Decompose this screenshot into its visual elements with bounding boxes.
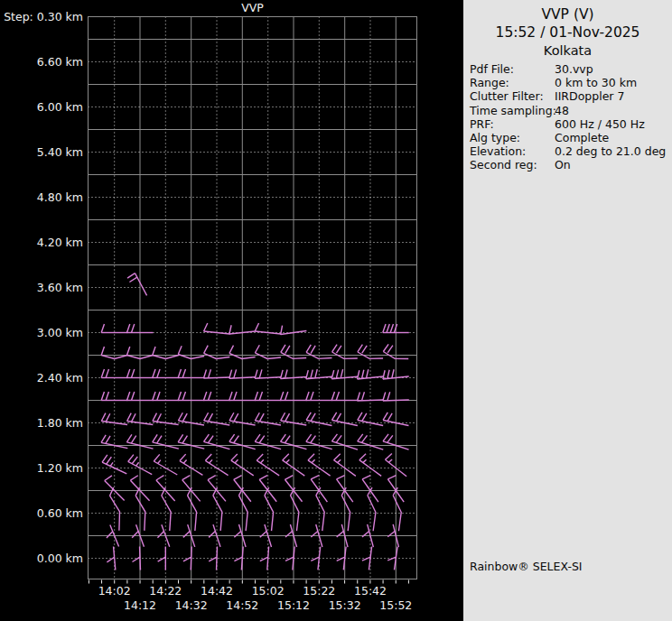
wind-barb-tick — [229, 392, 232, 400]
wind-barb-tick — [234, 476, 242, 480]
wind-barb — [162, 496, 171, 531]
wind-barb-tick — [229, 412, 234, 421]
field-value: Complete — [555, 131, 609, 144]
wind-barb-tick — [281, 326, 283, 335]
wind-barb-tick — [311, 532, 318, 538]
wind-barb-halftick — [110, 462, 113, 466]
wind-barb-tick — [385, 454, 391, 460]
field-label: Elevation: — [470, 144, 555, 158]
wind-barb-tick — [306, 370, 308, 379]
wind-barb-tick — [306, 392, 309, 400]
wind-barb-tick — [157, 413, 162, 422]
wind-barb — [213, 496, 222, 531]
wind-barb-tick — [229, 370, 232, 379]
y-axis-label: 5.40 km — [37, 145, 83, 159]
wind-barb-halftick — [312, 459, 315, 463]
wind-barb-tick — [311, 413, 315, 422]
wind-barb-tick — [285, 476, 293, 480]
wind-barb-tick — [285, 436, 290, 443]
wind-barb-tick — [231, 454, 238, 460]
wind-barb — [358, 376, 384, 379]
wind-barb-tick — [255, 323, 258, 331]
wind-barb-tick — [362, 476, 370, 479]
wind-barb-tick — [234, 392, 237, 400]
wind-barb-tick — [392, 369, 394, 378]
wind-barb-tick — [129, 277, 136, 282]
wind-barb-tick — [157, 436, 162, 443]
x-axis-label: 15:52 — [379, 598, 412, 612]
wind-barb-tick — [183, 557, 191, 561]
wind-barb-tick — [234, 557, 242, 561]
wind-barb-tick — [204, 323, 208, 331]
wind-barb-tick — [331, 434, 337, 441]
wind-barb-tick — [311, 370, 313, 379]
wind-barb-tick — [336, 346, 341, 353]
wind-barb-tick — [285, 370, 288, 379]
wind-barb-chart: 6.60 km6.00 km5.40 km4.80 km4.20 km3.60 … — [0, 0, 463, 621]
wind-barb-tick — [387, 346, 393, 353]
wind-barb-tick — [157, 369, 160, 377]
wind-barb-tick — [311, 557, 319, 561]
wind-barb-tick — [132, 532, 138, 538]
field-value: On — [555, 158, 571, 171]
wind-barb-tick — [337, 557, 345, 561]
wind-barb-tick — [182, 392, 185, 400]
wind-barb-tick — [362, 392, 365, 401]
wind-barb-tick — [153, 369, 155, 377]
wind-barb — [140, 547, 141, 570]
wind-barb — [393, 496, 401, 532]
y-axis-label: 0.60 km — [37, 506, 83, 520]
wind-barb-tick — [229, 325, 231, 334]
wind-barb — [241, 547, 243, 570]
wind-barb — [229, 377, 256, 379]
wind-barb-tick — [281, 370, 284, 379]
wind-barb-tick — [358, 412, 362, 421]
wind-barb-tick — [358, 345, 362, 352]
wind-barb-tick — [306, 434, 312, 441]
y-axis-label: 0.00 km — [37, 551, 83, 565]
wind-barb-tick — [331, 370, 333, 379]
panel-site: Kolkata — [463, 42, 672, 60]
wind-barb-tick — [331, 392, 334, 400]
wind-barb-tick — [285, 557, 294, 561]
wind-barb-tick — [106, 392, 108, 400]
field-row-prf: PRF: 600 Hz / 450 Hz — [470, 117, 672, 131]
wind-barb-tick — [178, 392, 181, 400]
x-axis-label: 14:02 — [98, 584, 131, 598]
wind-barb-tick — [281, 345, 285, 353]
field-label: Second reg: — [470, 158, 555, 171]
wind-barb-tick — [209, 532, 215, 538]
wind-barb-tick — [387, 557, 396, 561]
wind-barb-tick — [311, 436, 316, 443]
wind-barb-tick — [390, 324, 393, 332]
wind-barb-tick — [204, 392, 207, 400]
wind-barb-tick — [101, 435, 106, 443]
wind-barb-tick — [387, 435, 393, 442]
field-row-pdf-file: Pdf File: 30.vvp — [470, 62, 672, 76]
wind-barb-tick — [156, 476, 163, 480]
wind-barb-tick — [102, 455, 107, 462]
wind-barb-tick — [259, 413, 264, 422]
wind-barb-tick — [126, 434, 131, 441]
wind-barb-tick — [204, 434, 210, 441]
panel-fields: Pdf File: 30.vvp Range: 0 km to 30 km Cl… — [470, 62, 672, 172]
wind-barb-tick — [259, 392, 262, 400]
wind-barb-halftick — [235, 459, 238, 463]
wind-barb-tick — [358, 434, 363, 441]
field-value: 30.vvp — [555, 62, 593, 76]
wind-barb-tick — [127, 369, 130, 377]
wind-barb-tick — [259, 436, 265, 443]
wind-barb-tick — [337, 476, 345, 479]
wind-barb-tick — [362, 346, 367, 353]
wind-barb-tick — [209, 392, 211, 400]
wind-barb-tick — [234, 413, 238, 422]
wind-barb-tick — [336, 435, 341, 442]
wind-barb-halftick — [260, 459, 263, 463]
wind-barb-tick — [127, 347, 130, 355]
field-row-time-sampling: Time sampling: 48 — [470, 104, 672, 117]
wind-barb-tick — [281, 392, 284, 400]
wind-barb-tick — [387, 413, 392, 422]
wind-barb-tick — [153, 392, 155, 400]
wind-barb-tick — [255, 392, 257, 400]
wind-barb-tick — [336, 370, 338, 379]
